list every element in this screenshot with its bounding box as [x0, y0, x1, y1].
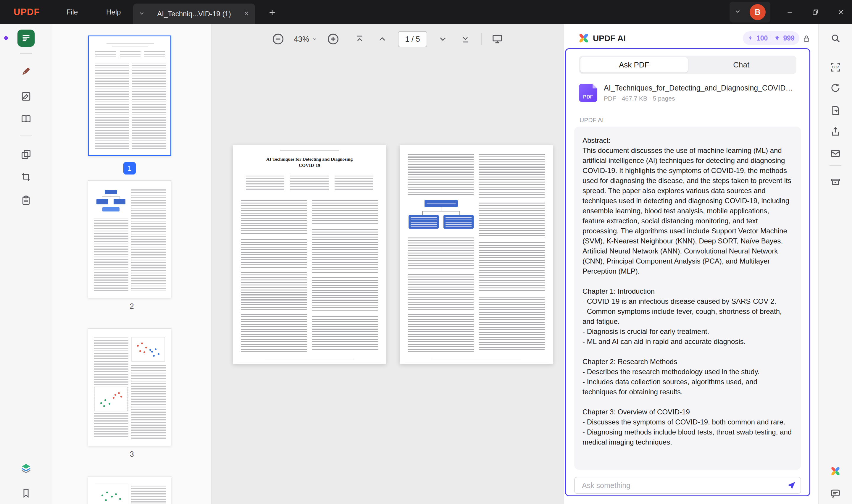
- organize-pages-button[interactable]: [17, 146, 35, 164]
- ai-message-bubble: Abstract: This document discusses the us…: [574, 127, 801, 470]
- divider: [481, 33, 482, 45]
- thumbnail-panel: 1 2: [52, 24, 212, 504]
- search-button[interactable]: [827, 30, 844, 47]
- archive-box-icon: [830, 176, 841, 188]
- next-page-button[interactable]: [436, 32, 450, 46]
- send-button[interactable]: [785, 480, 798, 492]
- convert-button[interactable]: [827, 80, 844, 97]
- updf-ai-shortcut-button[interactable]: [827, 463, 844, 480]
- pages-icon: [21, 149, 31, 161]
- last-page-button[interactable]: [458, 32, 472, 46]
- text-placeholder: [280, 150, 339, 151]
- feedback-button[interactable]: [827, 486, 844, 503]
- search-icon: [830, 33, 841, 45]
- menu-file[interactable]: File: [66, 8, 78, 16]
- page-thumbnail-4[interactable]: [88, 476, 171, 504]
- page-number-label: 3: [52, 450, 211, 459]
- forms-tool-button[interactable]: [17, 193, 35, 210]
- account-group: B: [729, 2, 771, 22]
- text-placeholder: [241, 272, 307, 310]
- pdf-page-2[interactable]: [400, 145, 553, 364]
- text-placeholder: [312, 277, 378, 312]
- tab-chat[interactable]: Chat: [688, 57, 795, 72]
- text-placeholder: [131, 189, 166, 291]
- file-name: AI_Techniques_for_Detecting_and_Diagnosi…: [604, 84, 793, 92]
- page-thumbnail-3[interactable]: [88, 328, 171, 446]
- window-close-button[interactable]: [835, 6, 847, 18]
- ai-credit-count: 100: [757, 34, 768, 42]
- document-tab[interactable]: AI_Techniq...VID-19 (1): [133, 3, 255, 24]
- flowchart-mini: [95, 189, 127, 214]
- menu-help[interactable]: Help: [106, 8, 121, 16]
- layers-panel-button[interactable]: [17, 460, 35, 478]
- text-placeholder: [144, 51, 165, 59]
- flowchart-connector: [422, 211, 460, 212]
- chevron-down-icon[interactable]: [734, 8, 741, 16]
- updf-logo: UPDF: [14, 7, 40, 17]
- zoom-level-value: 43%: [294, 35, 309, 44]
- view-toolbar: 43% 1 / 5: [212, 24, 564, 54]
- file-card[interactable]: PDF AI_Techniques_for_Detecting_and_Diag…: [579, 79, 796, 107]
- text-placeholder: [479, 154, 545, 198]
- paper-plane-icon: [786, 481, 796, 491]
- window-minimize-button[interactable]: [784, 6, 796, 18]
- ai-panel-title: UPDF AI: [593, 34, 626, 43]
- zoom-out-button[interactable]: [271, 32, 285, 46]
- zoom-level-select[interactable]: 43%: [294, 35, 318, 44]
- new-tab-button[interactable]: [266, 6, 278, 18]
- updf-ai-panel: UPDF AI 100 999 Ask PDF Chat PDF AI: [564, 24, 818, 504]
- previous-page-button[interactable]: [376, 32, 389, 46]
- ai-mode-tabs: Ask PDF Chat: [579, 56, 796, 74]
- zoom-in-button[interactable]: [326, 32, 340, 46]
- comment-tool-button[interactable]: [17, 63, 35, 80]
- text-placeholder: [479, 297, 545, 352]
- divider: [20, 53, 32, 54]
- mail-button[interactable]: [827, 145, 844, 163]
- pdf-page-1[interactable]: AI Techniques for Detecting and Diagnosi…: [233, 145, 386, 364]
- page-view-button[interactable]: [17, 111, 35, 128]
- text-placeholder: [312, 200, 378, 225]
- page-indicator[interactable]: 1 / 5: [398, 31, 427, 47]
- flowchart-node: [409, 215, 439, 229]
- archive-button[interactable]: [827, 173, 844, 191]
- reader-mode-button[interactable]: [17, 30, 35, 47]
- text-placeholder: [107, 43, 154, 44]
- tab-close-icon[interactable]: [243, 10, 250, 18]
- document-area: 43% 1 / 5: [212, 24, 564, 504]
- text-placeholder: [241, 200, 307, 235]
- footer-placeholder: [265, 359, 354, 360]
- ai-credit-count: 999: [783, 34, 794, 42]
- envelope-icon: [830, 148, 841, 160]
- reader-icon: [17, 30, 35, 47]
- page-thumbnail-1[interactable]: [88, 36, 171, 156]
- text-placeholder: [241, 314, 307, 352]
- avatar[interactable]: B: [750, 4, 766, 20]
- document-export-icon: [830, 105, 841, 117]
- paper-title-line1: AI Techniques for Detecting and Diagnosi…: [233, 156, 386, 162]
- first-page-button[interactable]: [353, 32, 366, 46]
- bookmark-panel-button[interactable]: [17, 485, 35, 502]
- presentation-mode-button[interactable]: [490, 32, 504, 46]
- tab-list-chevron-icon[interactable]: [139, 10, 145, 18]
- edit-pdf-button[interactable]: [17, 88, 35, 106]
- footer-placeholder: [432, 359, 521, 360]
- crop-icon: [21, 172, 31, 183]
- file-card-text: AI_Techniques_for_Detecting_and_Diagnosi…: [604, 84, 793, 102]
- folded-corner: [593, 84, 597, 88]
- flowchart-connector: [459, 212, 460, 215]
- ocr-button[interactable]: OCR: [827, 59, 844, 76]
- tab-ask-pdf[interactable]: Ask PDF: [580, 57, 688, 72]
- author-block-placeholder: [246, 175, 284, 190]
- share-button[interactable]: [827, 124, 844, 141]
- page-thumbnail-2[interactable]: [88, 180, 171, 298]
- ai-credits-pill[interactable]: 100 999: [743, 31, 799, 45]
- lock-icon[interactable]: [800, 33, 812, 44]
- tab-label: AI_Techniq...VID-19 (1): [145, 10, 243, 18]
- app-shell: 1 2: [0, 24, 852, 504]
- divider: [830, 165, 841, 166]
- window-restore-button[interactable]: [810, 6, 821, 18]
- file-meta: PDF · 467.7 KB · 5 pages: [604, 95, 793, 102]
- ask-input[interactable]: [574, 477, 801, 494]
- crop-tool-button[interactable]: [17, 169, 35, 186]
- export-button[interactable]: [827, 102, 844, 120]
